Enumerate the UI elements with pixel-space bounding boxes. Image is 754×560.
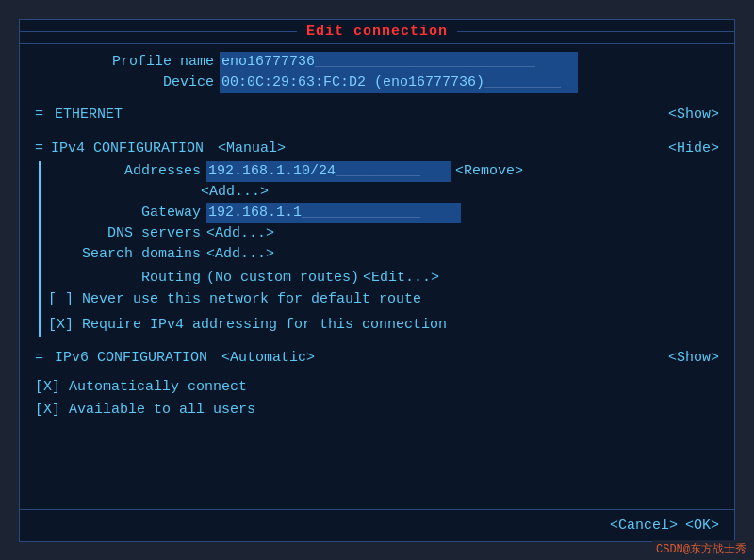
- search-domains-label: Search domains: [48, 244, 201, 265]
- ipv6-show-btn[interactable]: <Show>: [668, 346, 719, 371]
- ipv4-section-left: = IPv4 CONFIGURATION <Manual>: [35, 137, 286, 161]
- gateway-row: Gateway 192.168.1.1______________: [48, 203, 719, 223]
- ok-button[interactable]: <OK>: [685, 518, 719, 534]
- addresses-label: Addresses: [48, 161, 201, 182]
- auto-connect-row: [X] Automatically connect: [35, 376, 719, 399]
- addresses-row: Addresses 192.168.1.10/24__________ <Rem…: [48, 161, 719, 182]
- all-users-checkbox[interactable]: [X] Available to all users: [35, 399, 255, 421]
- ipv4-section-name: IPv4 CONFIGURATION <Manual>: [51, 137, 286, 161]
- profile-name-value[interactable]: eno16777736__________________________: [220, 52, 578, 73]
- ipv6-section-name: IPv6 CONFIGURATION <Automatic>: [55, 346, 315, 371]
- add-address-btn[interactable]: <Add...>: [201, 182, 269, 203]
- ipv6-section-left: = IPv6 CONFIGURATION <Automatic>: [35, 346, 315, 371]
- dialog: Edit connection Profile name eno16777736…: [19, 19, 735, 542]
- never-route-row: [ ] Never use this network for default r…: [48, 288, 719, 311]
- ipv4-eq-icon: =: [35, 137, 43, 161]
- add-address-row: <Add...>: [48, 182, 719, 203]
- never-route-checkbox[interactable]: [ ] Never use this network for default r…: [48, 288, 421, 311]
- outer-frame: Edit connection Profile name eno16777736…: [0, 0, 754, 560]
- title-bar: Edit connection: [20, 20, 734, 44]
- require-ipv4-checkbox[interactable]: [X] Require IPv4 addressing for this con…: [48, 314, 447, 337]
- profile-name-label: Profile name: [35, 52, 214, 73]
- routing-row: Routing (No custom routes) <Edit...>: [48, 268, 719, 288]
- routing-edit-btn[interactable]: <Edit...>: [363, 268, 439, 288]
- ethernet-section: = ETHERNET <Show>: [35, 103, 719, 127]
- bottom-bar: <Cancel> <OK>: [20, 509, 734, 541]
- device-row: Device 00:0C:29:63:FC:D2 (eno16777736)__…: [35, 73, 719, 93]
- dns-row: DNS servers <Add...>: [48, 223, 719, 244]
- remove-address-btn[interactable]: <Remove>: [455, 161, 523, 182]
- require-ipv4-row: [X] Require IPv4 addressing for this con…: [48, 314, 719, 337]
- cancel-button[interactable]: <Cancel>: [610, 518, 678, 534]
- all-users-row: [X] Available to all users: [35, 399, 719, 421]
- gateway-label: Gateway: [48, 203, 201, 223]
- ipv4-details: Addresses 192.168.1.10/24__________ <Rem…: [39, 161, 719, 337]
- search-add-btn[interactable]: <Add...>: [206, 244, 274, 265]
- dialog-title: Edit connection: [297, 24, 457, 40]
- device-value[interactable]: 00:0C:29:63:FC:D2 (eno16777736)_________: [220, 73, 578, 93]
- ethernet-section-left: = ETHERNET: [35, 103, 123, 127]
- search-domains-row: Search domains <Add...>: [48, 244, 719, 265]
- routing-value: (No custom routes): [206, 268, 359, 288]
- ipv4-section-header: = IPv4 CONFIGURATION <Manual> <Hide>: [35, 137, 719, 161]
- ipv6-section: = IPv6 CONFIGURATION <Automatic> <Show>: [35, 346, 719, 371]
- dns-add-btn[interactable]: <Add...>: [206, 223, 274, 244]
- dns-label: DNS servers: [48, 223, 201, 244]
- dialog-content: Profile name eno16777736________________…: [20, 44, 734, 509]
- profile-name-row: Profile name eno16777736________________…: [35, 52, 719, 73]
- ethernet-show-btn[interactable]: <Show>: [668, 103, 719, 127]
- gateway-value[interactable]: 192.168.1.1______________: [206, 203, 461, 223]
- watermark: CSDN@东方战士秀: [652, 540, 750, 558]
- ipv4-hide-btn[interactable]: <Hide>: [668, 137, 719, 161]
- device-label: Device: [35, 73, 214, 93]
- routing-label: Routing: [48, 268, 201, 288]
- addresses-value[interactable]: 192.168.1.10/24__________: [206, 161, 451, 182]
- auto-connect-checkbox[interactable]: [X] Automatically connect: [35, 376, 247, 399]
